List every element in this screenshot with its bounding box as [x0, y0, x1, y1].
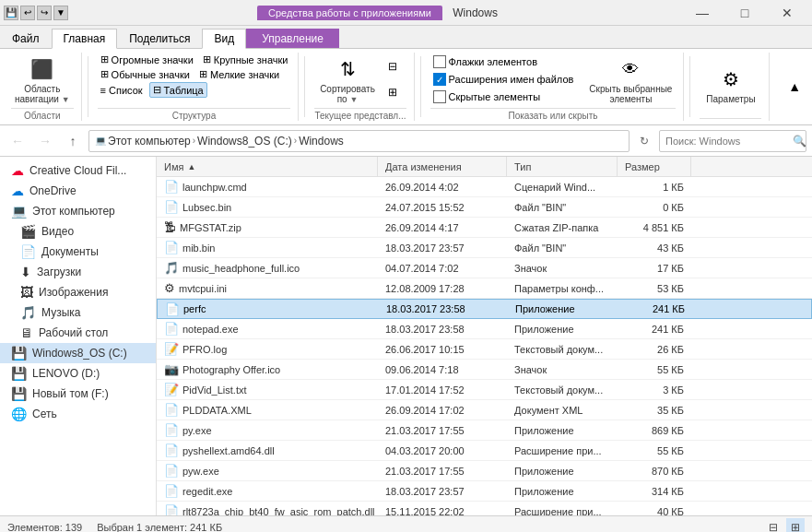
sidebar-item-windows-os[interactable]: 💾 Windows8_OS (C:) [0, 343, 156, 363]
list-btn[interactable]: ≡ Список [98, 82, 146, 98]
normal-icons-btn[interactable]: ⊞ Обычные значки [98, 67, 193, 81]
table-row[interactable]: 🎵 music_headphone_full.ico 04.07.2014 7:… [157, 258, 812, 278]
file-name-7: notepad.exe [182, 324, 239, 335]
cell-name-7: 📄 notepad.exe [157, 319, 378, 338]
group-by-btn[interactable]: ⊟ [381, 54, 405, 78]
sidebar-item-onedrive[interactable]: ☁ OneDrive [0, 181, 156, 201]
sidebar-item-documents[interactable]: 📄 Документы [0, 242, 156, 262]
view-mode-detail[interactable]: ⊟ [764, 518, 783, 533]
tab-share[interactable]: Поделиться [117, 29, 202, 48]
path-part-2[interactable]: Windows [299, 135, 344, 148]
table-row[interactable]: 📄 perfc 18.03.2017 23:58 Приложение 241 … [157, 299, 812, 319]
table-row[interactable]: 🗜 MFGSTAT.zip 26.09.2014 4:17 Сжатая ZIP… [157, 218, 812, 238]
sidebar-item-this-pc[interactable]: 💻 Этот компьютер [0, 201, 156, 221]
table-btn[interactable]: ⊟ Таблица [149, 82, 207, 98]
hide-selected-btn[interactable]: 👁 Скрыть выбранныеэлементы [585, 53, 676, 106]
table-row[interactable]: 📄 regedit.exe 18.03.2017 23:57 Приложени… [157, 481, 812, 502]
tab-file[interactable]: Файл [0, 29, 52, 48]
table-row[interactable]: 📄 Lubsec.bin 24.07.2015 15:52 Файл "BIN"… [157, 197, 812, 218]
file-list[interactable]: Имя ▲ Дата изменения Тип Размер 📄 launch… [157, 157, 812, 515]
sidebar-item-images[interactable]: 🖼 Изображения [0, 282, 156, 302]
sidebar-item-music[interactable]: 🎵 Музыка [0, 302, 156, 323]
col-header-size[interactable]: Размер [618, 157, 691, 176]
file-icon-9: 📷 [164, 362, 179, 376]
large-icons-btn[interactable]: ⊞ Крупные значки [200, 53, 291, 66]
structure-row2: ⊞ Обычные значки ⊞ Мелкие значки [98, 67, 283, 81]
nav-pane-button[interactable]: ⬛ Областьнавигации ▼ [11, 53, 74, 106]
undo-icon[interactable]: ↩ [20, 6, 35, 20]
search-input[interactable] [665, 136, 793, 147]
sidebar-label-images: Изображения [39, 286, 148, 299]
sidebar-item-new-vol[interactable]: 💾 Новый том (F:) [0, 384, 156, 404]
sidebar-item-creative-cloud[interactable]: ☁ Creative Cloud Fil... [0, 160, 156, 181]
address-path[interactable]: 💻 Этот компьютер › Windows8_OS (C:) › Wi… [88, 130, 630, 152]
huge-icons-btn[interactable]: ⊞ Огромные значки [98, 53, 196, 66]
video-icon: 🎬 [20, 224, 36, 239]
sidebar-item-network[interactable]: 🌐 Сеть [0, 404, 156, 424]
sidebar-item-video[interactable]: 🎬 Видео [0, 221, 156, 242]
up-button[interactable]: ↑ [61, 129, 85, 153]
back-button: ← [6, 129, 29, 153]
cell-date-8: 26.06.2017 10:15 [378, 339, 507, 359]
areas-content: ⬛ Областьнавигации ▼ [11, 53, 74, 106]
file-name-11: PLDDATA.XML [182, 405, 252, 416]
view-mode-large[interactable]: ⊞ [786, 518, 805, 533]
small-icons-btn[interactable]: ⊞ Мелкие значки [196, 67, 282, 81]
cell-date-3: 18.03.2017 23:57 [378, 238, 507, 257]
refresh-button[interactable]: ↻ [633, 130, 655, 152]
table-row[interactable]: 📄 PLDDATA.XML 26.09.2014 17:02 Документ … [157, 400, 812, 420]
tab-manage[interactable]: Управление [246, 29, 339, 48]
table-icon: ⊟ [153, 84, 161, 96]
ribbon-content: ⬛ Областьнавигации ▼ Области ⊞ Огромные … [0, 48, 812, 124]
nav-pane-icon: ⬛ [28, 54, 57, 84]
table-row[interactable]: 📄 notepad.exe 18.03.2017 23:58 Приложени… [157, 319, 812, 339]
sep-0: › [193, 136, 195, 146]
redo-icon[interactable]: ↪ [37, 6, 52, 20]
table-row[interactable]: 📄 mib.bin 18.03.2017 23:57 Файл "BIN" 43… [157, 238, 812, 258]
params-button[interactable]: ⚙ Параметры [702, 63, 759, 106]
table-row[interactable]: 📝 PidVid_List.txt 17.01.2014 17:52 Текст… [157, 380, 812, 400]
col-header-date[interactable]: Дата изменения [378, 157, 507, 176]
table-row[interactable]: 📝 PFRO.log 26.06.2017 10:15 Текстовый до… [157, 339, 812, 360]
table-row[interactable]: 📄 rlt8723a_chip_bt40_fw_asic_rom_patch.d… [157, 502, 812, 515]
file-icon-15: 📄 [164, 484, 179, 498]
sidebar-item-lenovo[interactable]: 💾 LENOVO (D:) [0, 363, 156, 384]
table-row[interactable]: 📄 launchpw.cmd 26.09.2014 4:02 Сценарий … [157, 177, 812, 197]
col-header-type[interactable]: Тип [507, 157, 618, 176]
table-row[interactable]: 📷 Photography Offer.ico 09.06.2014 7:18 … [157, 360, 812, 380]
sort-button[interactable]: ⇅ Сортироватьпо ▼ [316, 53, 379, 106]
cell-name-5: ⚙ mvtcpui.ini [157, 278, 378, 298]
structure-row3: ≡ Список ⊟ Таблица [98, 82, 207, 98]
table-row[interactable]: 📄 pyshellext.amd64.dll 04.03.2017 20:00 … [157, 441, 812, 461]
search-box[interactable]: 🔍 [659, 130, 806, 152]
flags-checkbox[interactable]: Флажки элементов [430, 54, 577, 69]
status-bar: Элементов: 139 Выбран 1 элемент: 241 КБ … [0, 515, 812, 532]
extensions-checkbox[interactable]: ✓ Расширения имен файлов [430, 72, 577, 87]
hidden-checkbox[interactable]: Скрытые элементы [430, 89, 577, 104]
tab-home[interactable]: Главная [52, 29, 118, 49]
add-col-btn[interactable]: ⊞ [381, 80, 405, 104]
table-row[interactable]: 📄 pyw.exe 21.03.2017 17:55 Приложение 87… [157, 461, 812, 481]
cell-size-11: 35 КБ [618, 400, 691, 420]
sidebar-item-downloads[interactable]: ⬇ Загрузки [0, 262, 156, 282]
file-name-5: mvtcpui.ini [179, 283, 227, 294]
maximize-button[interactable]: □ [724, 0, 766, 26]
new-vol-icon: 💾 [11, 386, 27, 401]
sidebar-item-desktop[interactable]: 🖥 Рабочий стол [0, 323, 156, 343]
col-header-name[interactable]: Имя ▲ [157, 157, 378, 176]
dropdown-icon[interactable]: ▼ [53, 6, 68, 20]
table-row[interactable]: 📄 py.exe 21.03.2017 17:55 Приложение 869… [157, 420, 812, 441]
cell-type-0: Сценарий Wind... [507, 177, 618, 196]
save-icon[interactable]: 💾 [4, 6, 18, 20]
collapse-ribbon-btn[interactable]: ▲ [788, 79, 801, 94]
search-icon: 🔍 [793, 135, 806, 148]
minimize-button[interactable]: — [681, 0, 724, 26]
file-icon-13: 📄 [164, 443, 179, 457]
path-part-1[interactable]: Windows8_OS (C:) [197, 135, 292, 148]
close-button[interactable]: ✕ [766, 0, 808, 26]
tab-view[interactable]: Вид [202, 29, 246, 49]
table-row[interactable]: ⚙ mvtcpui.ini 12.08.2009 17:28 Параметры… [157, 278, 812, 299]
path-part-0[interactable]: Этот компьютер [108, 135, 191, 148]
file-name-0: launchpw.cmd [182, 182, 247, 193]
flags-check-icon [433, 55, 446, 68]
